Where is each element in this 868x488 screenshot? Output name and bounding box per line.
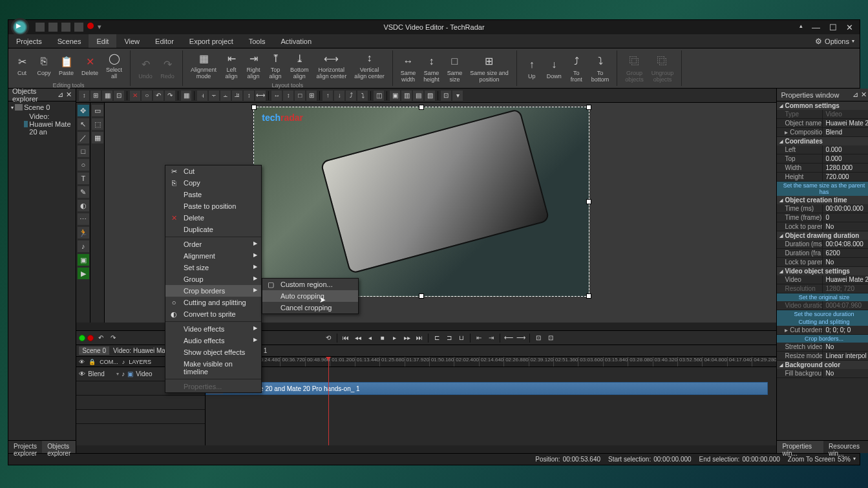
toolbar-icon[interactable]: ↶ — [153, 90, 164, 101]
options-area[interactable]: ⚙ Options ▾ — [815, 34, 860, 48]
toolbar-icon[interactable]: ▦ — [181, 90, 191, 101]
tool-icon[interactable]: ⋯ — [78, 213, 89, 225]
tree-scene[interactable]: ▾ Scene 0 — [10, 103, 74, 112]
prop-row[interactable]: Width1280.000 — [777, 164, 868, 173]
properties-content[interactable]: Common settingsTypeVideoObject nameHuawe… — [777, 101, 868, 440]
top-button[interactable]: ⤒Top align — [264, 50, 286, 81]
tool-icon[interactable]: ▦ — [92, 132, 103, 143]
prop-row[interactable]: Lock to parenNo — [777, 222, 868, 231]
timeline-ruler[interactable]: 0:00.00000:12.24000:24.48000:36.72000:48… — [206, 357, 776, 367]
horizontal-button[interactable]: ⟷Horizontal align center — [313, 50, 351, 81]
tool-icon[interactable]: ▣ — [78, 254, 89, 266]
menu-tools[interactable]: Tools — [241, 34, 273, 48]
ctx-group[interactable]: Group▶ — [165, 273, 261, 285]
caret-up-icon[interactable]: ▴ — [799, 23, 803, 32]
qat-dropdown-icon[interactable]: ▾ — [98, 23, 107, 32]
alignment-button[interactable]: ▦Alignment mode — [187, 50, 220, 81]
audio-icon[interactable]: ♪ — [122, 370, 125, 377]
toolbar-icon[interactable]: ↕ — [283, 90, 293, 101]
tool-icon[interactable]: ↖ — [78, 118, 89, 130]
prop-row[interactable]: Video duration0004:07.960 — [777, 301, 868, 310]
toolbar-icon[interactable]: ⊞ — [306, 90, 317, 101]
toolbar-icon[interactable]: ⟷ — [255, 90, 266, 101]
tool-icon[interactable]: T — [78, 173, 89, 184]
close-button[interactable]: ✕ — [846, 23, 853, 32]
tool-icon[interactable]: □ — [78, 145, 89, 157]
to-button[interactable]: ⤴To front — [566, 53, 587, 84]
playback-icon[interactable]: ⊐ — [444, 333, 454, 343]
prop-section-header[interactable]: Coordinates — [777, 137, 868, 145]
toolbar-icon[interactable]: ↷ — [165, 90, 175, 101]
collapse-icon[interactable]: ▾ — [11, 105, 14, 111]
prop-row[interactable]: Resolution1280; 720 — [777, 284, 868, 293]
playback-icon[interactable]: ▸ — [390, 333, 400, 343]
same-button[interactable]: ↕Same height — [419, 53, 443, 84]
prop-row[interactable]: Resize modeLinear interpol — [777, 352, 868, 361]
playback-icon[interactable]: ⟲ — [323, 333, 333, 343]
menu-export-project[interactable]: Export project — [182, 34, 241, 48]
timeline-tracks-area[interactable]: 0:00.00000:12.24000:24.48000:36.72000:48… — [206, 357, 776, 445]
toolbar-icon[interactable]: ⤵ — [357, 90, 368, 101]
playback-icon[interactable]: ◂ — [365, 333, 376, 343]
playback-icon[interactable]: ⏮ — [341, 333, 351, 343]
toolbar-icon[interactable]: ↶ — [96, 333, 106, 343]
prop-row[interactable]: Lock to parenNo — [777, 258, 868, 267]
ctx-paste[interactable]: Paste — [165, 189, 261, 200]
prop-row[interactable]: Duration (ms00:04:08.000 — [777, 240, 868, 249]
cut-button[interactable]: ✂Cut — [11, 53, 33, 78]
prop-link[interactable]: Set the original size — [777, 293, 868, 301]
ctx-alignment[interactable]: Alignment▶ — [165, 250, 261, 262]
playback-icon[interactable]: ⟶ — [516, 333, 526, 343]
toolbar-icon[interactable]: ▧ — [425, 90, 435, 101]
eye-icon[interactable]: 👁 — [79, 359, 85, 365]
prop-row[interactable]: Stretch videoNo — [777, 343, 868, 352]
prop-section-header[interactable]: Object drawing duration — [777, 231, 868, 240]
toolbar-icon[interactable]: ↷ — [108, 333, 118, 343]
prop-row[interactable]: ▸ Cut borders0; 0; 0; 0 — [777, 326, 868, 335]
close-panel-icon[interactable]: ✕ — [66, 90, 72, 99]
prop-section-header[interactable]: Background color — [777, 361, 868, 369]
toolbar-icon[interactable]: ▤ — [413, 90, 423, 101]
playback-icon[interactable]: ⏭ — [414, 333, 425, 343]
pin-icon[interactable]: ⊿ — [852, 90, 858, 99]
menu-view[interactable]: View — [116, 34, 147, 48]
menu-activation[interactable]: Activation — [273, 34, 319, 48]
object-tree[interactable]: ▾ Scene 0 Video: Huawei Mate 20 an — [8, 101, 76, 440]
prop-link[interactable]: Set the same size as the parent has — [777, 182, 868, 196]
resize-handle[interactable] — [586, 105, 591, 110]
playback-icon[interactable]: ⊡ — [533, 333, 544, 343]
close-panel-icon[interactable]: ✕ — [861, 90, 867, 99]
toolbar-icon[interactable]: □ — [295, 90, 305, 101]
tool-icon[interactable]: ⬚ — [92, 118, 103, 130]
prop-section-header[interactable]: Object creation time — [777, 196, 868, 204]
up-button[interactable]: ↑Up — [521, 56, 543, 81]
toolbar-icon[interactable]: ○ — [142, 90, 152, 101]
toolbar-icon[interactable]: ↓ — [334, 90, 344, 101]
toolbar-icon[interactable]: ⊞ — [90, 90, 101, 101]
copy-button[interactable]: ⎘Copy — [33, 53, 55, 78]
resize-handle[interactable] — [419, 293, 424, 299]
playback-icon[interactable]: ◂◂ — [353, 333, 363, 343]
eye-icon[interactable]: 👁 — [79, 370, 85, 377]
ctx-duplicate[interactable]: Duplicate — [165, 224, 261, 235]
prop-row[interactable]: Time (frame)0 — [777, 213, 868, 222]
qat-save-icon[interactable] — [61, 23, 70, 32]
ctx-copy[interactable]: ⎘Copy — [165, 177, 261, 189]
prop-row[interactable]: ▸ Composition mBlend — [777, 128, 868, 137]
tool-icon[interactable]: ◐ — [78, 200, 89, 211]
tool-icon[interactable]: ▭ — [92, 105, 103, 116]
select-button[interactable]: ◯Select all — [102, 50, 126, 81]
playback-icon[interactable]: ■ — [377, 333, 388, 343]
ctx-cancel-cropping[interactable]: Cancel cropping — [262, 302, 358, 313]
menu-editor[interactable]: Editor — [147, 34, 182, 48]
vertical-button[interactable]: ↕Vertical align center — [350, 50, 388, 81]
toolbar-icon[interactable]: ▥ — [401, 90, 412, 101]
record-icon[interactable] — [87, 23, 94, 29]
prop-row[interactable]: Left0.000 — [777, 145, 868, 154]
playback-icon[interactable]: ⟵ — [503, 333, 514, 343]
tab-projects-explorer[interactable]: Projects explorer — [8, 441, 42, 453]
toolbar-icon[interactable]: ↔ — [271, 90, 282, 101]
menu-projects[interactable]: Projects — [8, 34, 50, 48]
ctx-audio-effects[interactable]: Audio effects▶ — [165, 335, 261, 346]
ctx-cut[interactable]: ✂Cut — [165, 165, 261, 177]
